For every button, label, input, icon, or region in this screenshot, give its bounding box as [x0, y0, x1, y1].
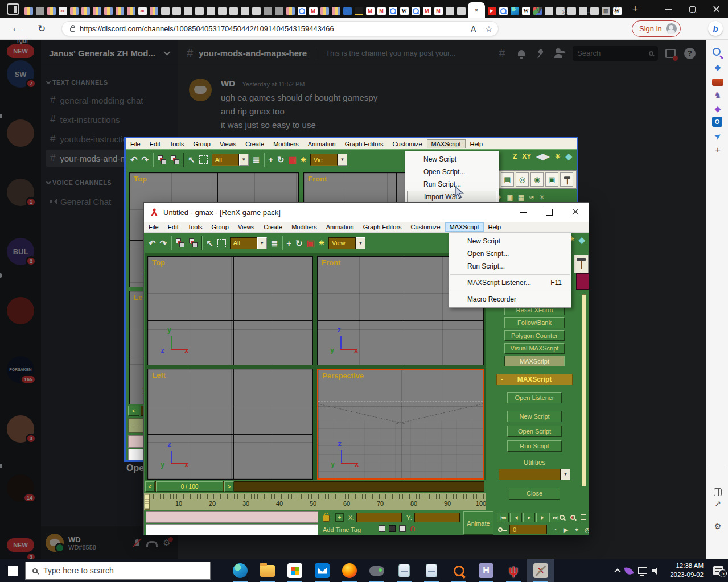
notifications-bell-icon[interactable] — [515, 47, 528, 60]
text-channels-section[interactable]: TEXT CHANNELS — [47, 79, 108, 86]
settings-icon[interactable]: ⚙ — [712, 521, 723, 532]
array-icon[interactable]: ✳ — [301, 156, 306, 163]
help-icon[interactable]: ? — [683, 47, 697, 60]
close-button[interactable] — [562, 203, 589, 222]
cube-tool-icon[interactable] — [379, 525, 385, 532]
menuitem-open-script[interactable]: Open Script... — [405, 166, 499, 178]
url-text[interactable]: https://discord.com/channels/10085040531… — [80, 24, 334, 33]
select-icon[interactable]: ↖ — [188, 155, 195, 164]
ruler-handle[interactable] — [145, 494, 150, 510]
refresh-icon[interactable]: ↻ — [38, 23, 46, 35]
time-slider-prev-button[interactable]: < — [128, 406, 139, 416]
browser-tab[interactable] — [543, 3, 554, 18]
cylinder-tool-icon[interactable] — [399, 525, 406, 532]
viewport-top[interactable]: Topyzx — [147, 256, 313, 365]
read-aloud-icon[interactable]: A — [471, 24, 476, 34]
server-avatar[interactable]: SW7 — [7, 60, 34, 88]
browser-tab-active[interactable]: × — [468, 2, 485, 18]
key-mode-icon[interactable] — [496, 525, 505, 534]
server-avatar[interactable]: 3 — [7, 415, 34, 443]
menu-help[interactable]: Help — [484, 222, 506, 232]
downloads-icon[interactable]: ↓ — [586, 5, 591, 15]
dropdown-arrow-icon[interactable]: ▼ — [338, 154, 347, 166]
menu-group[interactable]: Group — [207, 222, 233, 232]
menu-customize[interactable]: Customize — [388, 139, 427, 148]
shopping-icon[interactable]: ◆ — [712, 61, 723, 73]
menuitem-run-script[interactable]: Run Script... — [449, 260, 571, 273]
menu-create[interactable]: Create — [241, 139, 269, 148]
previous-key-button[interactable]: ◀| — [510, 513, 522, 522]
browser-tab[interactable] — [250, 3, 262, 18]
extensions-icon[interactable]: ⧩ — [535, 5, 543, 15]
utilities-tab-icon[interactable] — [574, 255, 589, 273]
server-header[interactable]: Janus' Generals ZH Mod... — [41, 40, 178, 67]
utility-button-maxscript[interactable]: MAXScript — [504, 356, 565, 366]
browser-tab[interactable]: M — [421, 3, 433, 18]
browser-tab[interactable] — [159, 3, 171, 18]
browser-tab[interactable] — [80, 3, 91, 18]
maximize-button[interactable] — [536, 203, 562, 222]
menu-graph-editors[interactable]: Graph Editors — [340, 139, 388, 148]
browser-tab[interactable] — [273, 3, 285, 18]
sidebar-item-general-modding-chat[interactable]: #general-modding-chat — [46, 92, 168, 109]
taskbar-app-mail[interactable] — [309, 559, 336, 582]
browser-tab[interactable]: ▥ — [600, 3, 611, 18]
server-avatar[interactable] — [7, 297, 34, 324]
display-tab-icon[interactable]: ▣ — [545, 172, 558, 187]
viewport-perspective[interactable]: Perspectivezyx — [317, 369, 484, 480]
browser-tab[interactable] — [114, 3, 125, 18]
menu-file[interactable]: File — [144, 222, 163, 232]
hierarchy-tab-icon[interactable]: ◎ — [516, 172, 529, 187]
wave-icon[interactable]: ≋ — [529, 193, 534, 201]
pinned-messages-icon[interactable] — [534, 47, 548, 60]
browser-tab[interactable] — [497, 3, 509, 18]
browser-tab[interactable]: W — [520, 3, 532, 18]
outlook-icon[interactable]: O — [712, 117, 722, 127]
browser-tab[interactable] — [239, 3, 250, 18]
unlink-icon[interactable] — [170, 155, 179, 164]
selection-region-icon[interactable] — [217, 239, 226, 247]
dropdown-arrow-icon[interactable]: ▼ — [257, 237, 267, 249]
menu-modifiers[interactable]: Modifiers — [287, 222, 322, 232]
dropdown-arrow-icon[interactable]: ▼ — [356, 237, 365, 249]
menu-file[interactable]: File — [126, 139, 145, 148]
play-button[interactable]: ▶ — [523, 513, 535, 522]
browser-tab[interactable] — [46, 3, 57, 18]
panel-button-open-script[interactable]: Open Script — [507, 426, 562, 437]
menu-edit[interactable]: Edit — [163, 222, 183, 232]
snaps-icon[interactable]: ◆ — [565, 152, 572, 160]
array-icon[interactable]: ✳ — [554, 153, 560, 160]
rotate-icon[interactable]: ↻ — [295, 239, 303, 247]
tray-app-icon[interactable] — [624, 566, 634, 575]
y-coordinate-field[interactable] — [414, 513, 460, 522]
animate-button[interactable]: Animate — [463, 511, 493, 535]
taskbar-search[interactable]: Type here to search — [25, 562, 211, 580]
browser-tab[interactable]: eb — [57, 3, 68, 18]
selection-lock-icon[interactable] — [323, 515, 330, 522]
inbox-icon[interactable] — [664, 47, 677, 60]
favorites-bar-icon[interactable]: ☆ — [561, 5, 569, 16]
toolbox-icon[interactable] — [712, 79, 723, 86]
coordinate-mode-icon[interactable]: + — [335, 513, 344, 522]
browser-tab[interactable]: M — [307, 3, 319, 18]
m365-icon[interactable]: ◆ — [712, 103, 723, 114]
user-avatar[interactable] — [46, 534, 64, 552]
view-dropdown[interactable]: View▼ — [328, 237, 365, 249]
browser-tab[interactable] — [262, 3, 273, 18]
current-frame-field[interactable]: 0 — [509, 525, 547, 534]
bing-chat-icon[interactable]: b — [708, 21, 723, 36]
camera-icon[interactable]: ▣ — [507, 193, 513, 201]
move-icon[interactable]: + — [268, 155, 273, 164]
browser-tab[interactable]: eb — [137, 3, 148, 18]
server-badge-new[interactable]: NEW — [7, 538, 34, 552]
menuitem-new-script[interactable]: New Script — [405, 153, 499, 166]
tab-actions-icon[interactable] — [7, 3, 19, 15]
new-tab-button[interactable]: + — [628, 3, 642, 15]
start-button[interactable] — [0, 559, 25, 582]
server-avatar[interactable]: FORSAKEN165 — [7, 356, 34, 383]
utilities-dropdown[interactable]: ▼ — [499, 469, 570, 480]
browser-tab[interactable] — [102, 3, 114, 18]
discord-search-input[interactable]: Search — [573, 46, 658, 61]
x-coordinate-field[interactable] — [356, 513, 402, 522]
sidebar-item-text-instructions[interactable]: #text-instructions — [46, 111, 168, 128]
